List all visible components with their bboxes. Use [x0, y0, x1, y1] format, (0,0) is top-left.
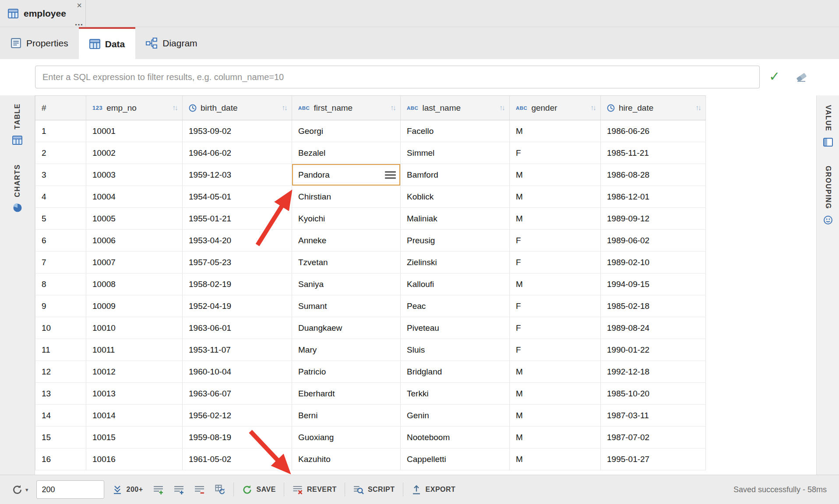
data-cell[interactable]: Kazuhito	[292, 448, 401, 470]
row-number-cell[interactable]: 11	[35, 339, 86, 361]
data-cell[interactable]: Eberhardt	[292, 383, 401, 405]
data-cell[interactable]: 10003	[86, 164, 183, 186]
data-cell[interactable]: 10007	[86, 252, 183, 273]
data-cell[interactable]: 10008	[86, 273, 183, 295]
row-number-cell[interactable]: 3	[35, 164, 86, 186]
script-button[interactable]: SCRIPT	[351, 482, 397, 498]
data-cell[interactable]: M	[510, 383, 601, 405]
data-cell[interactable]: Facello	[401, 120, 510, 142]
data-cell[interactable]: 1959-08-19	[183, 427, 292, 448]
data-cell[interactable]: Maliniak	[401, 208, 510, 230]
data-cell[interactable]: 10012	[86, 361, 183, 383]
apply-filter-icon[interactable]: ✓	[769, 69, 780, 84]
tab-overflow-icon[interactable]: …	[74, 18, 84, 28]
table-grid-icon[interactable]	[12, 136, 22, 145]
rail-tab-value[interactable]: VALUE	[824, 105, 832, 132]
pie-chart-icon[interactable]	[13, 203, 22, 213]
data-cell[interactable]: 1954-05-01	[183, 186, 292, 208]
refresh-grid-icon[interactable]	[213, 482, 227, 497]
tab-properties[interactable]: Properties	[0, 27, 79, 59]
data-cell[interactable]: 1953-04-20	[183, 230, 292, 252]
data-cell[interactable]: 1994-09-15	[601, 273, 706, 295]
data-cell[interactable]: Preusig	[401, 230, 510, 252]
save-button[interactable]: SAVE	[240, 482, 278, 498]
data-cell[interactable]: Tzvetan	[292, 252, 401, 273]
data-cell[interactable]: 10013	[86, 383, 183, 405]
grouping-icon[interactable]	[823, 215, 833, 225]
column-header-hire_date[interactable]: hire_date↑↓	[601, 96, 706, 120]
data-cell[interactable]: 1986-06-26	[601, 120, 706, 142]
close-icon[interactable]: ×	[77, 1, 82, 10]
data-cell[interactable]: 10015	[86, 427, 183, 448]
rail-tab-grouping[interactable]: GROUPING	[824, 166, 832, 209]
data-cell[interactable]: 10001	[86, 120, 183, 142]
data-cell[interactable]: Patricio	[292, 361, 401, 383]
data-cell[interactable]: 1957-05-23	[183, 252, 292, 273]
value-panel-icon[interactable]	[823, 138, 833, 147]
data-cell[interactable]: Sluis	[401, 339, 510, 361]
data-cell[interactable]: 10009	[86, 295, 183, 317]
row-limit-input[interactable]	[36, 480, 104, 499]
data-cell[interactable]: 10010	[86, 317, 183, 339]
data-cell[interactable]: 1985-10-20	[601, 383, 706, 405]
data-cell[interactable]: 10011	[86, 339, 183, 361]
data-cell[interactable]: M	[510, 208, 601, 230]
data-cell[interactable]: Nooteboom	[401, 427, 510, 448]
data-cell[interactable]: Kyoichi	[292, 208, 401, 230]
data-cell[interactable]: M	[510, 427, 601, 448]
data-cell[interactable]: Terkki	[401, 383, 510, 405]
data-cell[interactable]: Cappelletti	[401, 448, 510, 470]
column-header-birth_date[interactable]: birth_date↑↓	[183, 96, 292, 120]
column-header-gender[interactable]: ABCgender↑↓	[510, 96, 601, 120]
revert-button[interactable]: REVERT	[290, 482, 338, 497]
data-cell[interactable]: 1995-01-27	[601, 448, 706, 470]
row-number-cell[interactable]: 15	[35, 427, 86, 448]
data-cell[interactable]: M	[510, 361, 601, 383]
data-cell[interactable]: 1989-08-24	[601, 317, 706, 339]
sql-filter-input[interactable]	[35, 66, 760, 88]
data-cell[interactable]: 1985-02-18	[601, 295, 706, 317]
data-cell[interactable]: Zielinski	[401, 252, 510, 273]
data-cell[interactable]: F	[510, 339, 601, 361]
row-number-cell[interactable]: 8	[35, 273, 86, 295]
data-cell[interactable]: Bridgland	[401, 361, 510, 383]
data-cell[interactable]: M	[510, 448, 601, 470]
data-cell[interactable]: F	[510, 295, 601, 317]
data-cell[interactable]: 1955-01-21	[183, 208, 292, 230]
delete-row-icon[interactable]	[192, 482, 207, 497]
data-cell[interactable]: Genin	[401, 405, 510, 427]
data-cell[interactable]: 10005	[86, 208, 183, 230]
data-cell[interactable]: 1989-09-12	[601, 208, 706, 230]
data-cell[interactable]: M	[510, 273, 601, 295]
data-cell[interactable]: Mary	[292, 339, 401, 361]
data-cell[interactable]: 1987-03-11	[601, 405, 706, 427]
row-number-cell[interactable]: 14	[35, 405, 86, 427]
data-cell[interactable]: Simmel	[401, 142, 510, 164]
data-cell[interactable]: Guoxiang	[292, 427, 401, 448]
editor-tab-employee[interactable]: employee × …	[0, 0, 86, 27]
data-cell[interactable]: 10002	[86, 142, 183, 164]
row-number-cell[interactable]: 2	[35, 142, 86, 164]
data-cell[interactable]: 1992-12-18	[601, 361, 706, 383]
data-cell[interactable]: 1986-08-28	[601, 164, 706, 186]
data-cell[interactable]: 1964-06-02	[183, 142, 292, 164]
row-number-cell[interactable]: 6	[35, 230, 86, 252]
data-cell[interactable]: Bamford	[401, 164, 510, 186]
data-cell[interactable]: M	[510, 405, 601, 427]
data-cell[interactable]: 1953-11-07	[183, 339, 292, 361]
row-number-cell[interactable]: 13	[35, 383, 86, 405]
data-cell[interactable]: 10014	[86, 405, 183, 427]
data-cell[interactable]: Kalloufi	[401, 273, 510, 295]
export-button[interactable]: EXPORT	[409, 482, 458, 498]
data-cell[interactable]: Piveteau	[401, 317, 510, 339]
column-header-last_name[interactable]: ABClast_name↑↓	[401, 96, 510, 120]
add-row-icon[interactable]	[151, 482, 166, 497]
data-cell[interactable]: 1987-07-02	[601, 427, 706, 448]
data-cell[interactable]: 10004	[86, 186, 183, 208]
row-number-cell[interactable]: 12	[35, 361, 86, 383]
data-cell[interactable]: Bezalel	[292, 142, 401, 164]
fetch-next-button[interactable]: 200+	[110, 482, 145, 497]
duplicate-row-icon[interactable]	[172, 482, 186, 497]
data-cell[interactable]: F	[510, 317, 601, 339]
tab-diagram[interactable]: Diagram	[135, 27, 208, 59]
